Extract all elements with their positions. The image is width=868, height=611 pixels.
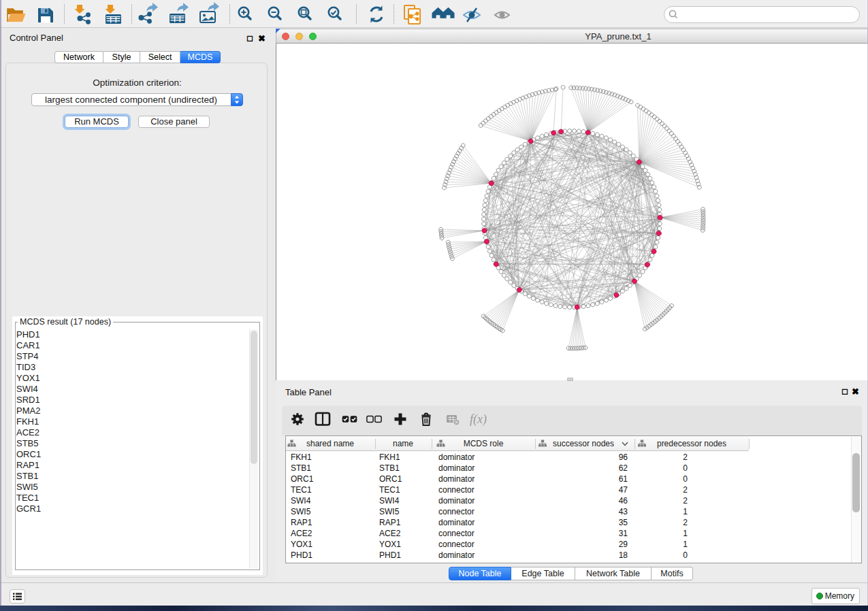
svg-text:f(x): f(x)	[470, 412, 487, 427]
